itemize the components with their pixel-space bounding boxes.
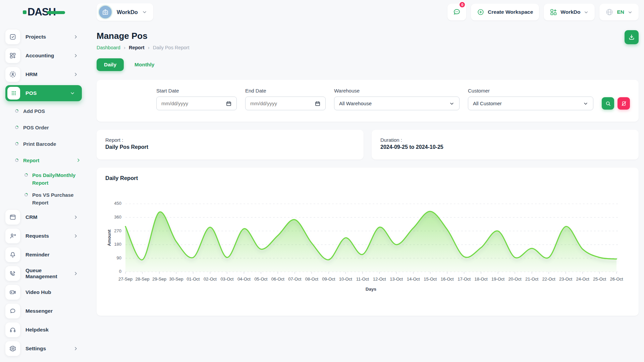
headset-icon <box>9 326 16 334</box>
sidebar-item-requests[interactable]: Requests <box>5 228 82 244</box>
sidebar-item-label: POS Order <box>23 125 49 130</box>
start-date-input[interactable] <box>156 97 237 110</box>
sidebar-item-pos-daily-monthly-report[interactable]: Pos Daily/Monthly Report <box>24 172 82 187</box>
tab-monthly[interactable]: Monthly <box>127 58 162 71</box>
warehouse-select[interactable]: All Warehouse <box>334 97 460 110</box>
brand-logo: DASH <box>0 0 87 24</box>
svg-text:17-Oct: 17-Oct <box>458 277 471 282</box>
sidebar-item-hrm[interactable]: HRM <box>5 66 82 82</box>
sidebar-item-settings[interactable]: Settings <box>5 341 82 357</box>
breadcrumb-daily-pos-report: Daily Pos Report <box>153 45 190 50</box>
sidebar-item-pos-order[interactable]: POS Order <box>15 121 82 134</box>
user-plus-icon <box>9 232 16 240</box>
sidebar-item-label: Messenger <box>25 308 53 314</box>
sidebar-icon-tile <box>5 29 20 44</box>
filter-card: Start Date End Date <box>97 80 639 122</box>
svg-text:180: 180 <box>114 242 121 247</box>
apply-filter-button[interactable] <box>602 97 614 110</box>
end-date-field: End Date <box>245 88 326 110</box>
breadcrumb-dashboard[interactable]: Dashboard <box>97 45 120 50</box>
svg-text:360: 360 <box>114 215 121 220</box>
sidebar-item-print-barcode[interactable]: Print Barcode <box>15 137 82 150</box>
chevron-down-icon <box>628 10 633 15</box>
svg-text:28-Sep: 28-Sep <box>136 277 150 282</box>
language-selector[interactable]: EN <box>599 4 639 20</box>
reset-filter-button[interactable] <box>618 97 630 110</box>
svg-text:16-Oct: 16-Oct <box>441 277 454 282</box>
sidebar-icon-tile <box>5 322 20 337</box>
chevron-right-icon <box>73 72 78 77</box>
create-workspace-button[interactable]: Create Workspace <box>471 4 539 20</box>
chevron-right-icon <box>73 215 78 220</box>
workspace-selector[interactable]: WorkDo <box>97 3 153 21</box>
gear-icon <box>9 345 16 352</box>
sidebar-item-add-pos[interactable]: Add POS <box>15 104 82 118</box>
sidebar-item-accounting[interactable]: Accounting <box>5 48 82 64</box>
breadcrumb-separator: › <box>124 45 125 50</box>
sidebar-item-messenger[interactable]: Messenger <box>5 303 82 319</box>
notifications-button[interactable]: 0 <box>447 4 466 20</box>
page-head: Manage Pos Dashboard›Report›Daily Pos Re… <box>97 25 639 50</box>
customer-field: Customer All Customer <box>468 88 593 110</box>
start-date-field: Start Date <box>156 88 237 110</box>
report-mode-tabs: Daily Monthly <box>97 58 639 71</box>
plus-circle-icon <box>477 8 484 16</box>
sidebar-item-label: Add POS <box>23 108 45 114</box>
warehouse-label: Warehouse <box>334 88 460 94</box>
download-button[interactable] <box>625 30 639 44</box>
sidebar-icon-tile <box>5 247 20 262</box>
sidebar-item-projects[interactable]: Projects <box>5 29 82 45</box>
report-label: Report : <box>105 137 355 143</box>
workspace-switcher-label: WorkDo <box>560 9 580 15</box>
filter-form: Start Date End Date <box>105 88 630 110</box>
svg-text:21-Oct: 21-Oct <box>525 277 538 282</box>
svg-text:22-Oct: 22-Oct <box>542 277 555 282</box>
chevron-down-icon <box>584 10 589 15</box>
duration-summary-card: Duration : 2024-09-25 to 2024-10-25 <box>372 130 639 160</box>
sidebar-item-queue-management[interactable]: Queue Management <box>5 265 82 282</box>
sidebar-item-label: Report <box>23 158 39 163</box>
topbar-right: 0 Create Workspace WorkDo EN <box>447 4 639 20</box>
svg-text:26-Oct: 26-Oct <box>610 277 623 282</box>
sidebar-item-helpdesk[interactable]: Helpdesk <box>5 322 82 338</box>
sidebar-item-crm[interactable]: CRM <box>5 209 82 225</box>
chevron-down-icon <box>70 90 75 96</box>
sidebar-item-label: Reminder <box>25 252 50 258</box>
sidebar-nav: ProjectsAccountingHRMPOSAdd POSPOS Order… <box>0 24 87 357</box>
end-date-input[interactable] <box>245 97 326 110</box>
checkbox-icon <box>9 33 16 41</box>
svg-text:24-Oct: 24-Oct <box>576 277 589 282</box>
breadcrumb-separator: › <box>148 45 150 50</box>
breadcrumb-report[interactable]: Report <box>129 45 145 50</box>
sidebar-icon-tile <box>5 210 20 225</box>
sidebar-item-video-hub[interactable]: Video Hub <box>5 284 82 300</box>
chart-title: Daily Report <box>105 175 630 181</box>
dots-grid-icon <box>10 90 17 97</box>
submenu-bullet-icon <box>24 193 28 197</box>
logo-bar-icon <box>47 11 65 14</box>
grid-plus-icon <box>550 8 557 16</box>
customer-select[interactable]: All Customer <box>468 97 593 110</box>
workspace-switcher-button[interactable]: WorkDo <box>544 4 595 20</box>
sidebar-item-pos-vs-purchase-report[interactable]: Pos VS Purchase Report <box>24 191 82 206</box>
start-date-text[interactable] <box>161 101 212 106</box>
sidebar-icon-tile <box>5 285 20 300</box>
svg-text:29-Sep: 29-Sep <box>152 277 166 282</box>
svg-text:10-Oct: 10-Oct <box>339 277 352 282</box>
customer-label: Customer <box>468 88 593 94</box>
calendar-icon <box>315 101 321 107</box>
calendar-icon <box>226 101 232 107</box>
sidebar-item-report[interactable]: Report <box>15 154 82 167</box>
sidebar-item-label: Queue Management <box>25 267 73 280</box>
submenu-bullet-icon <box>15 142 19 146</box>
tab-daily[interactable]: Daily <box>97 58 124 71</box>
start-date-label: Start Date <box>156 88 237 94</box>
svg-text:07-Oct: 07-Oct <box>288 277 301 282</box>
svg-text:90: 90 <box>117 255 121 260</box>
end-date-text[interactable] <box>250 101 301 106</box>
sidebar-item-pos[interactable]: POS <box>5 85 82 101</box>
sidebar-item-reminder[interactable]: Reminder <box>5 247 82 263</box>
person-dashed-icon <box>9 71 16 78</box>
submenu-bullet-icon <box>15 109 19 113</box>
chevron-right-icon <box>73 271 78 276</box>
